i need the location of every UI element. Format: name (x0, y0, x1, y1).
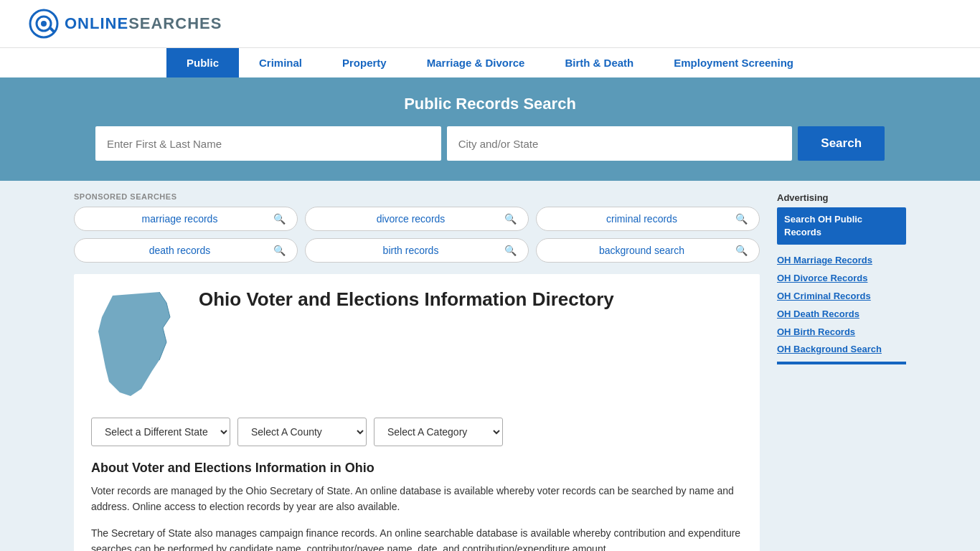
sponsored-item-divorce[interactable]: divorce records 🔍 (305, 207, 529, 231)
state-dropdown[interactable]: Select a Different State (91, 418, 230, 446)
sidebar-link-1[interactable]: OH Divorce Records (777, 271, 906, 286)
sponsored-item-background[interactable]: background search 🔍 (536, 238, 760, 263)
sponsored-label: SPONSORED SEARCHES (74, 192, 760, 201)
sidebar-link-4[interactable]: OH Birth Records (777, 325, 906, 340)
state-image-title: Ohio Voter and Elections Information Dir… (91, 288, 743, 403)
county-dropdown[interactable]: Select A County (237, 418, 367, 446)
search-button[interactable]: Search (798, 126, 885, 161)
sponsored-item-criminal[interactable]: criminal records 🔍 (536, 207, 760, 231)
logo[interactable]: ONLINESEARCHES (29, 9, 222, 39)
sponsored-item-death[interactable]: death records 🔍 (74, 238, 298, 263)
sidebar-link-0[interactable]: OH Marriage Records (777, 253, 906, 268)
header: ONLINESEARCHES (0, 0, 980, 47)
sidebar-blue-bar (777, 362, 906, 364)
sidebar-ad-box[interactable]: Search OH Public Records (777, 207, 906, 245)
search-icon-1: 🔍 (504, 213, 517, 225)
nav-item-birth[interactable]: Birth & Death (545, 48, 654, 77)
nav-item-public[interactable]: Public (166, 48, 239, 77)
sidebar-link-3[interactable]: OH Death Records (777, 307, 906, 322)
paragraph-2: The Secretary of State also manages camp… (91, 525, 743, 551)
sidebar-links: OH Marriage Records OH Divorce Records O… (777, 253, 906, 357)
search-icon-0: 🔍 (273, 213, 286, 225)
ohio-map-icon (91, 288, 184, 403)
sidebar-link-5[interactable]: OH Background Search (777, 342, 906, 357)
location-input[interactable] (447, 126, 793, 161)
paragraph-1: Voter records are managed by the Ohio Se… (91, 483, 743, 515)
search-icon-3: 🔍 (273, 245, 286, 256)
select-row: Select a Different State Select A County… (91, 418, 743, 446)
search-bar: Search (95, 126, 885, 161)
nav-item-criminal[interactable]: Criminal (239, 48, 322, 77)
sponsored-grid: marriage records 🔍 divorce records 🔍 cri… (74, 207, 760, 263)
logo-text: ONLINESEARCHES (65, 14, 222, 33)
search-banner-title: Public Records Search (29, 95, 951, 113)
nav-item-property[interactable]: Property (322, 48, 407, 77)
search-icon-2: 🔍 (735, 213, 748, 225)
sidebar: Advertising Search OH Public Records OH … (777, 192, 906, 551)
category-dropdown[interactable]: Select A Category (374, 418, 503, 446)
search-icon-5: 🔍 (735, 245, 748, 256)
about-heading: About Voter and Elections Information in… (91, 461, 743, 476)
main-container: SPONSORED SEARCHES marriage records 🔍 di… (45, 181, 935, 551)
nav-item-employment[interactable]: Employment Screening (654, 48, 814, 77)
nav-item-marriage[interactable]: Marriage & Divorce (407, 48, 545, 77)
sidebar-link-2[interactable]: OH Criminal Records (777, 289, 906, 304)
content-area: SPONSORED SEARCHES marriage records 🔍 di… (74, 192, 760, 551)
sponsored-item-birth[interactable]: birth records 🔍 (305, 238, 529, 263)
page-content: Ohio Voter and Elections Information Dir… (74, 274, 760, 551)
sidebar-ad-label: Advertising (777, 192, 906, 203)
search-banner: Public Records Search Search (0, 77, 980, 181)
main-nav: Public Criminal Property Marriage & Divo… (0, 47, 980, 77)
sponsored-item-marriage[interactable]: marriage records 🔍 (74, 207, 298, 231)
name-input[interactable] (95, 126, 441, 161)
logo-icon (29, 9, 59, 39)
page-title: Ohio Voter and Elections Information Dir… (199, 288, 614, 311)
search-icon-4: 🔍 (504, 245, 517, 256)
svg-point-3 (41, 21, 47, 27)
